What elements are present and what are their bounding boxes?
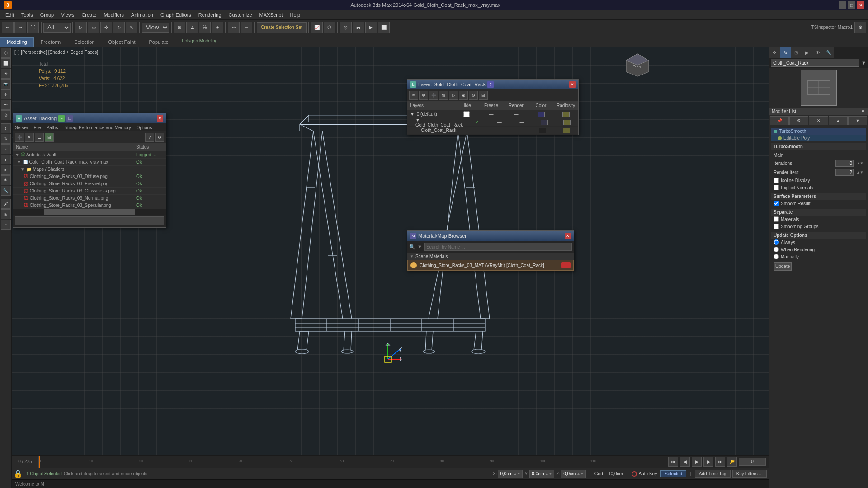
- layer-props-btn[interactable]: ⚙: [469, 91, 478, 100]
- motion-tool[interactable]: ►: [1, 165, 11, 175]
- asset-maximize-btn[interactable]: □: [66, 115, 73, 122]
- scale-btn[interactable]: ⤡: [126, 22, 137, 33]
- layer-delete-btn[interactable]: 🗑: [439, 91, 448, 100]
- menu-edit[interactable]: Edit: [2, 11, 18, 19]
- object-name-input[interactable]: [771, 59, 859, 67]
- select-btn[interactable]: ⛶: [27, 22, 39, 33]
- percent-snap-btn[interactable]: %: [199, 22, 211, 33]
- add-time-tag-btn[interactable]: Add Time Tag: [695, 470, 731, 478]
- iterations-input[interactable]: [835, 160, 854, 167]
- x-value[interactable]: 0,0cm ▲▼: [498, 470, 523, 478]
- menu-modifiers[interactable]: Modifiers: [100, 11, 127, 19]
- mat-item-row[interactable]: Clothing_Store_Racks_03_MAT (VRayMtl) [C…: [407, 260, 574, 271]
- move-down-btn[interactable]: ▼: [848, 116, 867, 125]
- viewport-cube[interactable]: Persp: [624, 52, 651, 79]
- smoothing-groups-checkbox[interactable]: [774, 224, 779, 229]
- modifier-editable-poly[interactable]: Editable Poly: [771, 135, 866, 141]
- display-tool[interactable]: 👁: [1, 175, 11, 185]
- asset-grid-btn[interactable]: ⊞: [45, 133, 54, 142]
- asset-row-diffuse[interactable]: 🖼 Clothing_Store_Racks_03_Diffuse.png Ok: [13, 173, 166, 180]
- material-browser-header[interactable]: M Material/Map Browser ✕: [407, 231, 574, 241]
- display-tab-btn[interactable]: 👁: [812, 47, 823, 58]
- menu-animation[interactable]: Animation: [127, 11, 157, 19]
- asset-tracking-header[interactable]: A Asset Tracking − □ ✕: [13, 113, 166, 123]
- schematic-btn[interactable]: ⬡: [324, 22, 335, 33]
- maximize-btn[interactable]: □: [848, 1, 855, 9]
- ref-coord-dropdown[interactable]: View: [142, 23, 169, 33]
- layer-select-btn[interactable]: ▷: [449, 91, 458, 100]
- minimize-btn[interactable]: −: [839, 1, 846, 9]
- layer-merge-btn[interactable]: ⊞: [479, 91, 488, 100]
- redo-btn[interactable]: ↪: [14, 22, 26, 33]
- utilities-tab-btn[interactable]: 🔧: [823, 47, 834, 58]
- go-end-btn[interactable]: ⏭: [715, 457, 725, 467]
- config-btn[interactable]: ⚙: [789, 116, 808, 125]
- camera-tool[interactable]: 📷: [1, 79, 11, 89]
- modifier-list-header[interactable]: Modifier List ▼: [769, 108, 868, 115]
- layer-help-btn[interactable]: ?: [487, 81, 494, 88]
- hierarchy-tab-btn[interactable]: ⊡: [791, 47, 802, 58]
- menu-maxscript[interactable]: MAXScript: [256, 11, 287, 19]
- tab-modeling[interactable]: Modeling: [0, 37, 34, 47]
- autokey-indicator[interactable]: [632, 471, 637, 477]
- asset-row-file[interactable]: ▼ 📄 Gold_Cloth_Coat_Rack_max_vray.max Ok: [13, 159, 166, 166]
- timeline-bar[interactable]: 0 10 20 30 40 50 60 70 80 90 100 110: [39, 456, 665, 468]
- materials-checkbox[interactable]: [774, 216, 779, 222]
- layer-row-gold[interactable]: ▼ Gold_Cloth_Coat_Rack ✓ — —: [407, 118, 578, 127]
- helper-tool[interactable]: ✛: [1, 89, 11, 99]
- curve-editor-btn[interactable]: 📈: [311, 22, 323, 33]
- asset-config-btn[interactable]: ⚙: [155, 133, 164, 142]
- spinner-snap-btn[interactable]: ◈: [212, 22, 223, 33]
- mat-search-input[interactable]: [424, 243, 572, 251]
- scene-materials-header[interactable]: ▼ Scene Materials: [407, 253, 574, 260]
- angle-snap-btn[interactable]: ∠: [186, 22, 198, 33]
- polygon-modeling-subtab[interactable]: Polygon Modeling: [177, 38, 222, 44]
- asset-row-glossiness[interactable]: 🖼 Clothing_Store_Racks_03_Glossiness.png…: [13, 188, 166, 195]
- render-setup-btn[interactable]: ☵: [353, 22, 364, 33]
- utilities-tool[interactable]: 🔧: [1, 186, 11, 196]
- motion-tab-btn[interactable]: ▶: [802, 47, 812, 58]
- asset-row-vault[interactable]: ▼ 🏛 Autodesk Vault Logged ...: [13, 151, 166, 159]
- asset-menu-options[interactable]: Options: [137, 125, 152, 130]
- menu-views[interactable]: Views: [57, 11, 78, 19]
- update-btn[interactable]: Update: [774, 262, 792, 271]
- asset-remove-btn[interactable]: ✕: [25, 133, 34, 142]
- tab-freeform[interactable]: Freeform: [34, 37, 68, 47]
- layer-add-btn[interactable]: ➕: [429, 91, 438, 100]
- snaps-btn[interactable]: ⊞: [174, 22, 185, 33]
- play-btn[interactable]: ▶: [692, 457, 702, 467]
- material-editor-btn[interactable]: ◎: [340, 22, 352, 33]
- frame-input[interactable]: [739, 458, 766, 466]
- asset-list-btn[interactable]: ☰: [35, 133, 44, 142]
- layer-visible-btn[interactable]: 👁: [409, 91, 418, 100]
- smooth-result-checkbox[interactable]: [774, 201, 779, 206]
- modifier-list-arrow[interactable]: ▼: [861, 60, 866, 66]
- render-iters-input[interactable]: [835, 169, 854, 176]
- menu-customize[interactable]: Customize: [225, 11, 256, 19]
- asset-menu-bitmap[interactable]: Bitmap Performance and Memory: [63, 125, 131, 130]
- pin-btn[interactable]: 📌: [770, 116, 789, 125]
- asset-row-maps[interactable]: ▼ 📁 Maps / Shaders: [13, 166, 166, 173]
- create-tab-btn[interactable]: ✛: [769, 47, 780, 58]
- render-btn[interactable]: ▶: [365, 22, 377, 33]
- render-frame-btn[interactable]: ⬜: [378, 22, 390, 33]
- mat-browser-close-btn[interactable]: ✕: [565, 233, 571, 239]
- menu-rendering[interactable]: Rendering: [195, 11, 225, 19]
- menu-create[interactable]: Create: [78, 11, 100, 19]
- manually-radio[interactable]: [774, 254, 779, 259]
- y-value[interactable]: 0,0cm ▲▼: [529, 470, 554, 478]
- rotate-btn[interactable]: ↻: [113, 22, 125, 33]
- menu-help[interactable]: Help: [287, 11, 304, 19]
- ribbon-tool[interactable]: ≡: [1, 220, 11, 230]
- next-frame-btn[interactable]: ▶: [703, 457, 713, 467]
- asset-menu-server[interactable]: Server: [15, 125, 28, 130]
- asset-scrollbar[interactable]: [13, 209, 166, 215]
- snap-tool[interactable]: ⊞: [1, 209, 11, 219]
- key-mode-btn[interactable]: 🔑: [727, 457, 737, 467]
- prev-frame-btn[interactable]: ◀: [680, 457, 690, 467]
- mirror-btn[interactable]: ⇔: [228, 22, 240, 33]
- menu-tools[interactable]: Tools: [18, 11, 37, 19]
- layer-freeze-btn[interactable]: ❄: [419, 91, 428, 100]
- asset-minimize-btn[interactable]: −: [58, 115, 65, 122]
- menu-group[interactable]: Group: [37, 11, 58, 19]
